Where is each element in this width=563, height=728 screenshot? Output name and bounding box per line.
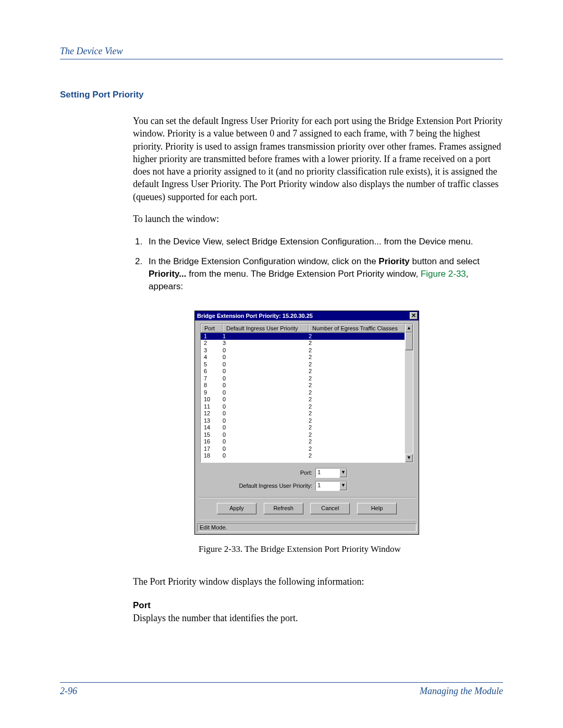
dialog-window: Bridge Extension Port Priority: 15.20.30…: [194, 311, 419, 535]
post-figure-text: The Port Priority window displays the fo…: [133, 575, 503, 588]
table-row[interactable]: 232: [201, 340, 405, 347]
port-description: Displays the number that identifies the …: [133, 612, 503, 624]
col-header-default-ingress[interactable]: Default Ingress User Priority: [223, 324, 309, 332]
window-title: Bridge Extension Port Priority: 15.20.30…: [197, 313, 313, 319]
cell-default-ingress: 0: [223, 410, 309, 417]
cell-egress-classes: 2: [309, 417, 401, 425]
port-subheading: Port: [133, 600, 503, 611]
table-container: Port Default Ingress User Priority Numbe…: [200, 324, 413, 463]
scrollbar[interactable]: ▲ ▼: [405, 324, 413, 462]
cell-egress-classes: 2: [309, 403, 401, 411]
figure-caption: Figure 2-33. The Bridge Extension Port P…: [96, 544, 503, 554]
cell-port: 6: [204, 368, 223, 375]
cell-port: 9: [204, 389, 223, 397]
cell-port: 7: [204, 375, 223, 382]
cell-port: 13: [204, 417, 223, 425]
cell-egress-classes: 2: [309, 389, 401, 397]
cell-port: 17: [204, 446, 223, 453]
close-icon[interactable]: ✕: [410, 312, 418, 319]
default-ingress-combo[interactable]: 1 ▼: [315, 481, 348, 491]
cell-egress-classes: 2: [309, 424, 401, 431]
cell-port: 15: [204, 431, 223, 439]
step-1-text: In the Device View, select Bridge Extens…: [149, 236, 503, 248]
title-bar: Bridge Extension Port Priority: 15.20.30…: [195, 311, 419, 320]
port-combo[interactable]: 1 ▼: [315, 468, 348, 478]
cell-port: 16: [204, 438, 223, 446]
launch-label: To launch the window:: [133, 213, 503, 225]
table-row[interactable]: 302: [201, 347, 405, 354]
intro-paragraph: You can set the default Ingress User Pri…: [133, 115, 503, 203]
table-row[interactable]: 1302: [201, 417, 405, 425]
cell-egress-classes: 2: [309, 438, 401, 446]
step-2-frag-a: In the Bridge Extension Configuration wi…: [149, 256, 378, 266]
table-row[interactable]: 1702: [201, 446, 405, 453]
cell-default-ingress: 0: [223, 354, 309, 361]
cell-default-ingress: 0: [223, 438, 309, 446]
table-row[interactable]: 1102: [201, 403, 405, 411]
table-row[interactable]: 902: [201, 389, 405, 397]
chevron-down-icon[interactable]: ▼: [339, 482, 347, 490]
scroll-track[interactable]: [405, 332, 413, 454]
cell-egress-classes: 2: [309, 375, 401, 382]
table-row[interactable]: 502: [201, 361, 405, 368]
cell-port: 10: [204, 396, 223, 403]
cell-egress-classes: 2: [309, 340, 401, 347]
table-row[interactable]: 1402: [201, 424, 405, 431]
col-header-port[interactable]: Port: [201, 324, 223, 332]
cell-port: 2: [204, 340, 223, 347]
cell-egress-classes: 2: [309, 452, 401, 460]
cell-egress-classes: 2: [309, 368, 401, 375]
cell-egress-classes: 2: [309, 361, 401, 368]
cell-egress-classes: 2: [309, 347, 401, 354]
cell-default-ingress: 1: [223, 333, 309, 340]
port-field-label: Port:: [300, 470, 312, 476]
cell-default-ingress: 3: [223, 340, 309, 347]
step-2-frag-e: from the menu. The Bridge Extension Port…: [186, 269, 420, 279]
table-row[interactable]: 1002: [201, 396, 405, 403]
refresh-button[interactable]: Refresh: [264, 503, 303, 514]
cell-egress-classes: 2: [309, 446, 401, 453]
cell-port: 1: [204, 333, 223, 340]
cell-default-ingress: 0: [223, 396, 309, 403]
cell-default-ingress: 0: [223, 452, 309, 460]
chevron-down-icon[interactable]: ▼: [339, 468, 347, 477]
page-header: The Device View: [60, 46, 123, 56]
cell-egress-classes: 2: [309, 410, 401, 417]
cell-port: 11: [204, 403, 223, 411]
cell-default-ingress: 0: [223, 375, 309, 382]
table-row[interactable]: 702: [201, 375, 405, 382]
col-header-egress-classes[interactable]: Number of Egress Traffic Classes: [309, 324, 405, 332]
cell-default-ingress: 0: [223, 417, 309, 425]
step-2-number: 2.: [133, 255, 149, 292]
table-row[interactable]: 1602: [201, 438, 405, 446]
table-row[interactable]: 402: [201, 354, 405, 361]
scroll-thumb[interactable]: [405, 332, 413, 350]
step-2-text: In the Bridge Extension Configuration wi…: [149, 255, 503, 292]
table-row[interactable]: 1802: [201, 452, 405, 460]
page-number: 2-96: [60, 686, 77, 697]
apply-button[interactable]: Apply: [217, 503, 256, 514]
cell-default-ingress: 0: [223, 424, 309, 431]
default-ingress-value: 1: [316, 482, 339, 490]
help-button[interactable]: Help: [357, 503, 397, 514]
port-combo-value: 1: [316, 468, 339, 477]
table-row[interactable]: 602: [201, 368, 405, 375]
table-row[interactable]: 1202: [201, 410, 405, 417]
cancel-button[interactable]: Cancel: [310, 503, 350, 514]
table-row[interactable]: 1502: [201, 431, 405, 439]
cell-default-ingress: 0: [223, 431, 309, 439]
cell-port: 3: [204, 347, 223, 354]
section-heading: Setting Port Priority: [60, 90, 503, 100]
default-ingress-label: Default Ingress User Priority:: [239, 483, 312, 489]
cell-egress-classes: 2: [309, 396, 401, 403]
cell-port: 12: [204, 410, 223, 417]
cell-egress-classes: 2: [309, 382, 401, 389]
table-row[interactable]: 112: [201, 333, 405, 340]
cell-port: 14: [204, 424, 223, 431]
footer-title: Managing the Module: [420, 686, 503, 697]
scroll-down-icon[interactable]: ▼: [405, 454, 413, 462]
cell-default-ingress: 0: [223, 382, 309, 389]
scroll-up-icon[interactable]: ▲: [405, 324, 413, 332]
cell-egress-classes: 2: [309, 333, 401, 340]
table-row[interactable]: 802: [201, 382, 405, 389]
